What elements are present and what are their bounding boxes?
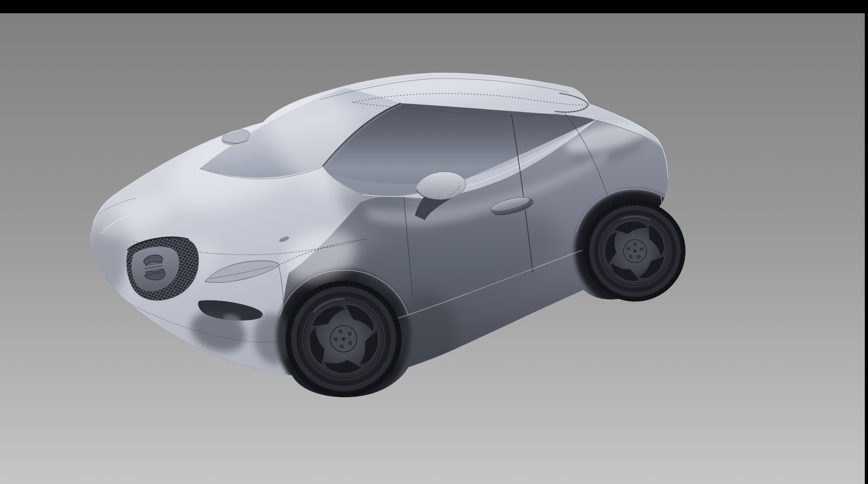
under-nose-shade [82,231,123,295]
car-model[interactable] [75,55,706,409]
top-letterbox-bar [0,0,868,13]
behind-front-wheel-shadow [393,292,457,379]
viewport-3d[interactable] [0,0,868,484]
car-render-canvas[interactable] [0,0,868,484]
right-letterbox-bar [865,0,868,484]
